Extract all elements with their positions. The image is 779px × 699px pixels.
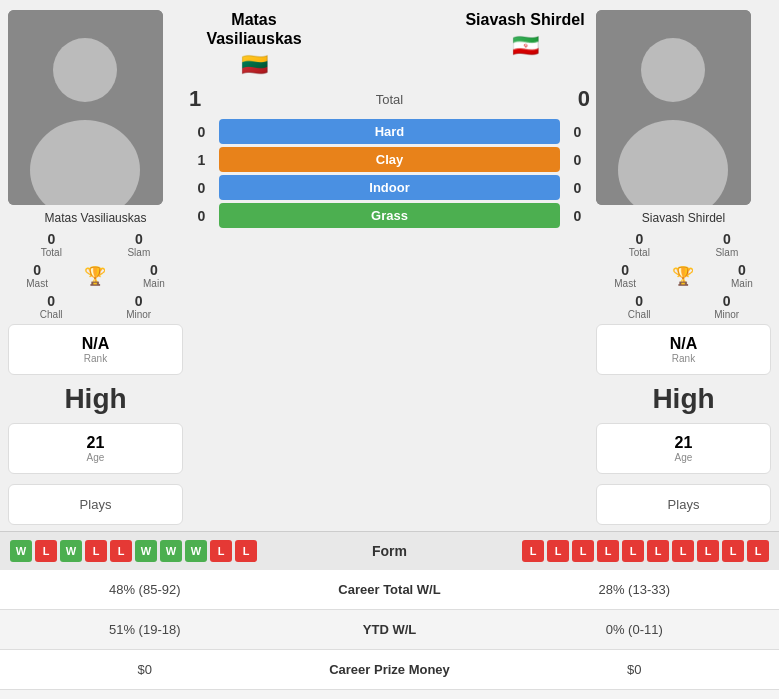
surface-row-grass: 0 Grass 0 bbox=[189, 203, 590, 228]
surface-rows: 0 Hard 0 1 Clay 0 0 Indoor 0 bbox=[189, 119, 590, 228]
right-main-label: Main bbox=[731, 278, 753, 289]
grass-left-score: 0 bbox=[189, 208, 214, 224]
left-player-area: Matas Vasiliauskas 0 Total 0 Slam 0 Mast… bbox=[8, 10, 183, 320]
stats-left-value: $0 bbox=[0, 650, 290, 689]
right-age-label: Age bbox=[603, 452, 764, 463]
hard-btn[interactable]: Hard bbox=[219, 119, 560, 144]
left-age-label: Age bbox=[15, 452, 176, 463]
left-flag: 🇱🇹 bbox=[241, 52, 268, 78]
comparison-layout: Matas Vasiliauskas 0 Total 0 Slam 0 Mast… bbox=[0, 0, 779, 320]
left-stats-row-3: 0 Chall 0 Minor bbox=[8, 293, 183, 320]
right-total-value: 0 bbox=[635, 231, 643, 247]
left-chall-stat: 0 Chall bbox=[40, 293, 63, 320]
form-badge: L bbox=[697, 540, 719, 562]
left-minor-value: 0 bbox=[135, 293, 143, 309]
left-total-value: 0 bbox=[47, 231, 55, 247]
form-badge: L bbox=[572, 540, 594, 562]
right-chall-label: Chall bbox=[628, 309, 651, 320]
stats-table: 48% (85-92)Career Total W/L28% (13-33)51… bbox=[0, 570, 779, 699]
form-badge: L bbox=[622, 540, 644, 562]
left-rank-label: Rank bbox=[15, 353, 176, 364]
stats-center-label: Career Total W/L bbox=[290, 570, 490, 609]
right-stats-row-1: 0 Total 0 Slam bbox=[596, 231, 771, 258]
clay-right-score: 0 bbox=[565, 152, 590, 168]
right-minor-value: 0 bbox=[723, 293, 731, 309]
right-stats-row-3: 0 Chall 0 Minor bbox=[596, 293, 771, 320]
form-section: WLWLLWWWLL Form LLLLLLLLLL bbox=[0, 531, 779, 570]
right-rank-value: N/A bbox=[603, 335, 764, 353]
left-player-name: Matas Vasiliauskas bbox=[8, 211, 183, 225]
left-player-avatar bbox=[8, 10, 163, 205]
right-flag: 🇮🇷 bbox=[512, 33, 539, 59]
clay-left-score: 1 bbox=[189, 152, 214, 168]
form-badge: L bbox=[647, 540, 669, 562]
left-mast-value: 0 bbox=[33, 262, 41, 278]
right-plays-box: Plays bbox=[596, 484, 771, 525]
svg-point-1 bbox=[53, 38, 117, 102]
right-mast-label: Mast bbox=[614, 278, 636, 289]
surface-row-indoor: 0 Indoor 0 bbox=[189, 175, 590, 200]
form-badge: W bbox=[185, 540, 207, 562]
left-rank-value: N/A bbox=[15, 335, 176, 353]
stats-table-row: 51% (19-18)YTD W/L0% (0-11) bbox=[0, 610, 779, 650]
surface-row-clay: 1 Clay 0 bbox=[189, 147, 590, 172]
left-main-label: Main bbox=[143, 278, 165, 289]
left-main-stat: 0 Main bbox=[143, 262, 165, 289]
hard-right-score: 0 bbox=[565, 124, 590, 140]
right-chall-value: 0 bbox=[635, 293, 643, 309]
right-rank-label: Rank bbox=[603, 353, 764, 364]
right-high-label: High bbox=[596, 383, 771, 415]
left-minor-stat: 0 Minor bbox=[126, 293, 151, 320]
left-slam-value: 0 bbox=[135, 231, 143, 247]
left-minor-label: Minor bbox=[126, 309, 151, 320]
form-badge: W bbox=[160, 540, 182, 562]
right-center-name: Siavash Shirdel bbox=[465, 10, 584, 29]
total-label: Total bbox=[376, 92, 403, 107]
left-mast-stat: 0 Mast bbox=[26, 262, 48, 289]
left-center-name: Matas Vasiliauskas bbox=[189, 10, 319, 48]
right-total-score: 0 bbox=[578, 86, 590, 112]
left-plays-label: Plays bbox=[80, 497, 112, 512]
grass-btn[interactable]: Grass bbox=[219, 203, 560, 228]
right-mast-value: 0 bbox=[621, 262, 629, 278]
info-boxes-row: N/A Rank High 21 Age Plays N/A Rank High… bbox=[0, 324, 779, 525]
clay-btn[interactable]: Clay bbox=[219, 147, 560, 172]
stats-left-value: 51% (19-18) bbox=[0, 610, 290, 649]
right-slam-stat: 0 Slam bbox=[715, 231, 738, 258]
form-badge: L bbox=[522, 540, 544, 562]
indoor-left-score: 0 bbox=[189, 180, 214, 196]
left-main-value: 0 bbox=[150, 262, 158, 278]
right-age-box: 21 Age bbox=[596, 423, 771, 474]
right-info-panel: N/A Rank High 21 Age Plays bbox=[596, 324, 771, 525]
left-slam-label: Slam bbox=[127, 247, 150, 258]
total-score-row: 1 Total 0 bbox=[189, 84, 590, 114]
hard-left-score: 0 bbox=[189, 124, 214, 140]
left-age-box: 21 Age bbox=[8, 423, 183, 474]
stats-right-value: $0 bbox=[490, 650, 780, 689]
surface-row-hard: 0 Hard 0 bbox=[189, 119, 590, 144]
grass-right-score: 0 bbox=[565, 208, 590, 224]
right-chall-stat: 0 Chall bbox=[628, 293, 651, 320]
right-slam-label: Slam bbox=[715, 247, 738, 258]
right-name-block: Siavash Shirdel 🇮🇷 bbox=[460, 10, 590, 59]
indoor-btn[interactable]: Indoor bbox=[219, 175, 560, 200]
form-badge: L bbox=[85, 540, 107, 562]
stats-center-label: YTD W/L bbox=[290, 610, 490, 649]
form-badge: W bbox=[10, 540, 32, 562]
left-high-label: High bbox=[8, 383, 183, 415]
right-plays-label: Plays bbox=[668, 497, 700, 512]
left-trophy-icon: 🏆 bbox=[84, 265, 106, 287]
right-rank-box: N/A Rank bbox=[596, 324, 771, 375]
right-player-area: Siavash Shirdel 0 Total 0 Slam 0 Mast 🏆 bbox=[596, 10, 771, 320]
right-total-label: Total bbox=[629, 247, 650, 258]
left-age-value: 21 bbox=[15, 434, 176, 452]
right-form-badges: LLLLLLLLLL bbox=[522, 540, 769, 562]
left-total-score: 1 bbox=[189, 86, 201, 112]
form-badge: L bbox=[547, 540, 569, 562]
left-mast-label: Mast bbox=[26, 278, 48, 289]
left-chall-label: Chall bbox=[40, 309, 63, 320]
left-name-block: Matas Vasiliauskas 🇱🇹 bbox=[189, 10, 319, 78]
stats-left-value: 48% (85-92) bbox=[0, 570, 290, 609]
stats-right-value: 0 bbox=[490, 690, 780, 699]
left-slam-stat: 0 Slam bbox=[127, 231, 150, 258]
